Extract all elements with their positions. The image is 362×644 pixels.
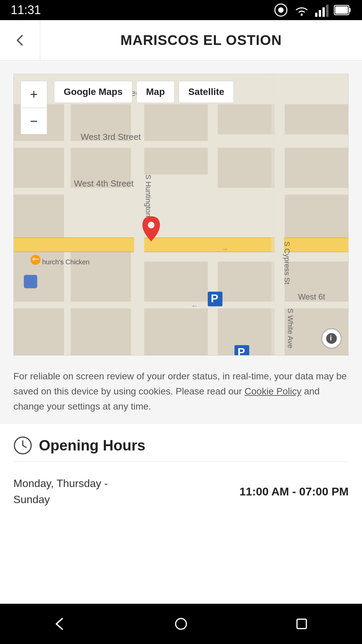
battery-icon (334, 4, 351, 16)
svg-text:i: i (330, 334, 332, 342)
hours-days: Monday, Thursday -Sunday (13, 475, 108, 507)
svg-text:→: → (221, 245, 229, 253)
back-arrow-icon (13, 33, 27, 48)
drm-icon (274, 3, 288, 17)
svg-rect-30 (285, 195, 348, 241)
map-zoom-controls: + − (20, 81, 47, 135)
status-time: 11:31 (11, 3, 41, 17)
back-button[interactable] (0, 20, 40, 60)
svg-point-1 (278, 7, 284, 13)
svg-rect-8 (349, 8, 351, 12)
svg-rect-15 (14, 308, 64, 355)
map-info-button[interactable]: i (321, 328, 342, 348)
svg-rect-42 (14, 302, 348, 308)
svg-rect-24 (218, 101, 278, 135)
opening-hours-header: Opening Hours (13, 424, 349, 462)
svg-rect-36 (134, 74, 144, 355)
svg-rect-29 (285, 148, 348, 188)
svg-rect-41 (14, 188, 348, 195)
svg-text:S White Ave: S White Ave (286, 308, 295, 348)
nav-back-icon (53, 616, 68, 631)
svg-rect-37 (275, 74, 284, 355)
svg-rect-22 (141, 262, 208, 302)
nav-recent-icon (295, 617, 308, 631)
svg-rect-13 (14, 195, 64, 241)
wifi-icon (294, 3, 310, 17)
zoom-out-button[interactable]: − (20, 108, 47, 135)
svg-line-67 (23, 445, 26, 447)
svg-rect-50 (31, 255, 41, 265)
svg-rect-9 (335, 6, 348, 14)
signal-icon (315, 3, 328, 17)
svg-rect-34 (14, 237, 348, 238)
nav-home-button[interactable] (164, 610, 198, 637)
svg-text:←: ← (191, 302, 198, 310)
svg-text:West 6t: West 6t (298, 292, 325, 301)
nav-back-button[interactable] (44, 610, 77, 637)
map-container[interactable]: West 2nd Street West 3rd Street West 4th… (13, 74, 349, 356)
opening-hours-section: Opening Hours Monday, Thursday -Sunday 1… (0, 424, 362, 604)
svg-rect-5 (322, 7, 325, 17)
svg-point-2 (301, 14, 303, 16)
nav-home-icon (174, 616, 188, 631)
svg-rect-26 (218, 262, 278, 302)
satellite-view-button[interactable]: Satellite (179, 81, 234, 103)
svg-rect-4 (319, 10, 321, 17)
page-title: MARISCOS EL OSTION (40, 32, 362, 48)
hours-time: 11:00 AM - 07:00 PM (239, 485, 349, 498)
opening-hours-title: Opening Hours (39, 437, 145, 454)
map-background: West 2nd Street West 3rd Street West 4th… (14, 74, 348, 355)
svg-rect-33 (14, 238, 348, 252)
cookie-link[interactable]: Cookie Policy (245, 386, 302, 396)
map-pin (141, 215, 161, 243)
map-view-button[interactable]: Map (136, 81, 175, 103)
svg-text:P: P (238, 345, 245, 355)
svg-rect-19 (71, 308, 131, 355)
svg-text:hurch's Chicken: hurch's Chicken (42, 258, 89, 266)
nav-recent-button[interactable] (285, 610, 318, 637)
svg-rect-20 (141, 101, 208, 141)
svg-rect-12 (14, 148, 64, 188)
svg-text:West 3rd Street: West 3rd Street (81, 132, 141, 142)
status-icons (274, 3, 351, 17)
svg-rect-38 (271, 74, 276, 355)
map-top-buttons: Google Maps Map Satellite (54, 81, 234, 103)
svg-rect-3 (315, 13, 317, 17)
svg-point-62 (148, 222, 155, 228)
zoom-in-button[interactable]: + (20, 81, 47, 108)
bottom-nav (0, 604, 362, 644)
svg-point-68 (176, 619, 186, 629)
svg-rect-21 (141, 148, 208, 174)
status-bar: 11:31 (0, 0, 362, 20)
hours-row: Monday, Thursday -Sunday 11:00 AM - 07:0… (13, 462, 349, 521)
header: MARISCOS EL OSTION (0, 20, 362, 60)
clock-icon (13, 436, 32, 455)
svg-rect-35 (14, 252, 348, 252)
svg-rect-6 (326, 5, 328, 17)
svg-rect-28 (285, 101, 348, 135)
cookie-notice: For reliable on screen review of your or… (0, 356, 362, 424)
svg-rect-40 (14, 141, 348, 148)
svg-rect-25 (218, 148, 278, 188)
svg-rect-18 (71, 248, 131, 302)
svg-rect-58 (24, 275, 37, 288)
svg-text:P: P (211, 292, 219, 305)
svg-rect-23 (141, 308, 208, 355)
svg-rect-69 (297, 619, 306, 629)
svg-text:West 4th Street: West 4th Street (74, 179, 134, 188)
svg-text:S Cypress St: S Cypress St (283, 241, 291, 284)
google-maps-button[interactable]: Google Maps (54, 81, 132, 103)
